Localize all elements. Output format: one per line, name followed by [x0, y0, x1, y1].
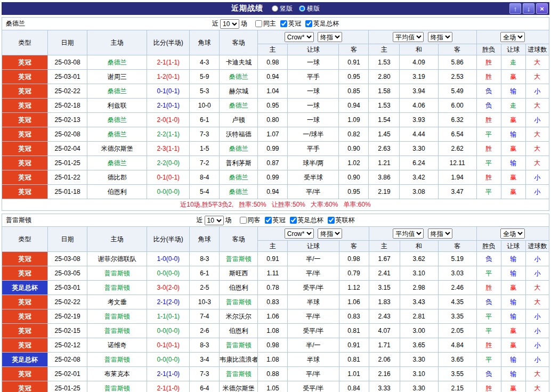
layout-option-horizontal[interactable]: 横版	[299, 4, 320, 13]
handicap-line: 一/球半	[288, 127, 339, 142]
corner-score: 7-3	[190, 127, 220, 142]
col-avg-draw: 和	[400, 241, 438, 252]
match-date: 25-01-25	[48, 381, 87, 392]
home-team: 普雷斯顿	[87, 381, 147, 392]
match-score: 1-0(0-0)	[147, 252, 190, 266]
layout-radio-horizontal[interactable]	[299, 5, 305, 12]
checkbox-input-league-cup[interactable]	[328, 217, 335, 224]
match-count-select[interactable]: 10	[220, 19, 239, 29]
match-type-badge: 英冠	[2, 99, 48, 113]
result-handicap: 赢	[501, 170, 525, 185]
handicap-line: 一球	[288, 84, 339, 99]
close-button[interactable]: ×	[536, 3, 548, 14]
checkbox-input-fa-cup[interactable]	[305, 20, 312, 27]
match-date: 25-01-22	[48, 170, 87, 185]
filter-checkbox-championship[interactable]: 英冠	[280, 19, 301, 28]
team-name: 桑德兰	[6, 18, 25, 30]
match-row: 英冠25-02-22桑德兰0-1(0-1)5-3赫尔城1.04一球0.851.5…	[2, 84, 549, 99]
match-score: 2-0(1-0)	[147, 113, 190, 127]
unit-label: 场	[225, 216, 232, 225]
match-row: 英冠25-03-08谢菲尔德联队1-0(0-0)8-3普雷斯顿0.91半/一0.…	[2, 252, 549, 266]
home-team: 普雷斯顿	[87, 353, 147, 367]
layout-option-vertical[interactable]: 竖版	[272, 4, 293, 13]
average-type-select[interactable]: 平均值	[393, 32, 424, 42]
average-select-cell: 平均值 终指	[369, 30, 476, 44]
avg-odds-draw: 3.93	[400, 113, 438, 127]
handicap-odds-home: 0.94	[258, 185, 288, 199]
filter-checkbox-fa-cup[interactable]: 英足总杯	[305, 19, 339, 28]
avg-odds-draw: 3.30	[400, 142, 438, 156]
avg-odds-away: 5.19	[438, 252, 476, 266]
result-outcome: 平	[476, 353, 501, 367]
handicap-odds-away: 0.91	[339, 55, 369, 70]
col-score: 比分(半场)	[147, 30, 190, 55]
avg-odds-home: 1.21	[369, 156, 400, 170]
odds-stage-select[interactable]: 终指	[318, 32, 342, 42]
match-date: 25-03-08	[48, 252, 87, 266]
titlebar-buttons: ↑ ↓ ×	[509, 3, 548, 14]
checkbox-input-same-away[interactable]	[240, 217, 247, 224]
summary-stat: 大率:60%	[311, 201, 338, 208]
avg-odds-away: 3.03	[438, 266, 476, 281]
corner-score: 3-4	[190, 353, 220, 367]
corner-score: 7-3	[190, 367, 220, 381]
team-results-section: 桑德兰 近 10 场 同主英冠英足总杯 类型 日期 主场 比分(半场) 角球	[2, 17, 549, 211]
odds-company-select[interactable]: Crow*	[285, 228, 314, 239]
col-result: 胜负	[476, 44, 501, 55]
handicap-odds-away: 1.09	[339, 113, 369, 127]
near-label: 近	[212, 19, 218, 28]
average-type-select[interactable]: 平均值	[393, 228, 424, 239]
corner-score: 1-5	[190, 142, 220, 156]
match-scope-select[interactable]: 全场	[500, 228, 525, 239]
checkbox-label: 同客	[248, 216, 261, 225]
handicap-line: 平/半	[288, 266, 339, 281]
scroll-down-button[interactable]: ↓	[523, 3, 534, 14]
handicap-line: 平/半	[288, 309, 339, 324]
corner-score: 10-0	[190, 99, 220, 113]
handicap-odds-away: 1.12	[339, 281, 369, 295]
result-handicap: 走	[501, 99, 525, 113]
result-goals: 大	[525, 99, 549, 113]
avg-odds-draw: 3.08	[400, 185, 438, 199]
avg-odds-draw: 3.42	[400, 170, 438, 185]
filter-checkbox-same-away[interactable]: 同客	[240, 216, 261, 225]
result-goals: 大	[525, 281, 549, 295]
result-goals: 小	[525, 170, 549, 185]
avg-odds-away: 6.00	[438, 99, 476, 113]
checkbox-input-same-home[interactable]	[255, 20, 262, 27]
home-team: 德比郡	[87, 170, 147, 185]
avg-odds-draw: 3.65	[400, 338, 438, 353]
filter-checkbox-same-home[interactable]: 同主	[255, 19, 276, 28]
match-score: 3-0(2-0)	[147, 281, 190, 295]
summary-row: 近10场,胜5平3负2,胜率:50%让胜率:50%大率:60%单率:60%	[2, 199, 549, 211]
match-row: 英冠25-03-08桑德兰2-1(1-1)4-3卡迪夫城0.98一球0.911.…	[2, 55, 549, 70]
result-goals: 大	[525, 55, 549, 70]
layout-radio-vertical[interactable]	[272, 5, 278, 12]
checkbox-input-championship[interactable]	[265, 217, 272, 224]
match-row: 英足总杯25-02-08普雷斯顿0-0(0-0)3-4韦康比流浪者1.08半球0…	[2, 353, 549, 367]
summary-stat: 让胜率:50%	[272, 201, 305, 208]
odds-stage-select[interactable]: 终指	[318, 228, 342, 239]
checkbox-input-fa-cup[interactable]	[290, 217, 297, 224]
average-stage-select[interactable]: 终指	[428, 228, 452, 239]
match-scope-select[interactable]: 全场	[500, 32, 525, 42]
corner-score: 8-3	[190, 338, 220, 353]
avg-odds-draw: 6.24	[400, 156, 438, 170]
average-stage-select[interactable]: 终指	[428, 32, 452, 42]
handicap-line: 平/半	[288, 367, 339, 381]
filter-checkbox-league-cup[interactable]: 英联杯	[328, 216, 355, 225]
match-row: 英冠25-02-19普雷斯顿1-1(0-1)7-4米尔沃尔1.06平/半0.83…	[2, 309, 549, 324]
match-count-select[interactable]: 10	[205, 216, 224, 225]
scroll-up-button[interactable]: ↑	[509, 3, 521, 14]
filter-checkbox-fa-cup[interactable]: 英足总杯	[290, 216, 323, 225]
away-team: 卢顿	[220, 113, 258, 127]
odds-company-select[interactable]: Crow*	[285, 32, 314, 42]
checkbox-input-championship[interactable]	[280, 20, 287, 27]
avg-odds-home: 1.83	[369, 295, 400, 309]
avg-odds-away: 4.84	[438, 338, 476, 353]
match-score: 2-1(1-0)	[147, 381, 190, 392]
filter-checkbox-championship[interactable]: 英冠	[265, 216, 286, 225]
avg-odds-away: 1.94	[438, 170, 476, 185]
scope-select-cell: 全场	[476, 227, 549, 241]
handicap-line: 一球	[288, 99, 339, 113]
